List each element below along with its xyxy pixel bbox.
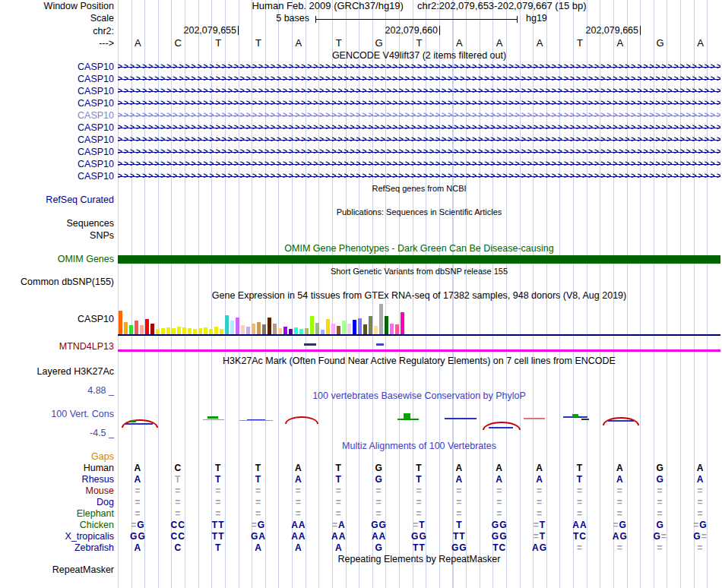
- gencode-item-label[interactable]: CASP10: [0, 158, 114, 170]
- gtex-bar[interactable]: [214, 327, 218, 334]
- gtex-bar[interactable]: [230, 321, 234, 334]
- gtex-bar[interactable]: [124, 322, 128, 334]
- omim-track-title[interactable]: OMIM Gene Phenotypes - Dark Green Can Be…: [118, 243, 720, 254]
- gtex-bar[interactable]: [262, 324, 266, 334]
- mtnd-gene-line[interactable]: [118, 349, 720, 352]
- species-label[interactable]: X_tropicalis: [0, 531, 114, 542]
- gtex-track-title[interactable]: Gene Expression in 54 tissues from GTEx …: [118, 290, 720, 301]
- gtex-bar[interactable]: [166, 327, 170, 334]
- common-dbsnp-label[interactable]: Common dbSNP(155): [0, 277, 114, 287]
- omim-gene-bar[interactable]: [118, 255, 720, 264]
- repeatmasker-track-title[interactable]: Repeating Elements by RepeatMasker: [118, 554, 720, 564]
- conservation-track-title[interactable]: 100 vertebrates Basewise Conservation by…: [118, 390, 720, 401]
- gtex-bar[interactable]: [321, 330, 325, 334]
- gencode-item-line[interactable]: >>>>>>>>>>>>>>>>>>>>>>>>>>>>>>>>>>>>>>>>…: [118, 109, 720, 122]
- gtex-gene-line[interactable]: [118, 334, 720, 336]
- gencode-item-label[interactable]: CASP10: [0, 146, 114, 158]
- gtex-bar[interactable]: [294, 327, 298, 334]
- gtex-bar[interactable]: [278, 328, 282, 334]
- gencode-track-title[interactable]: GENCODE V49lift37 (2 items filtered out): [118, 50, 720, 61]
- gtex-bar[interactable]: [315, 323, 319, 334]
- gencode-item-line[interactable]: >>>>>>>>>>>>>>>>>>>>>>>>>>>>>>>>>>>>>>>>…: [118, 61, 720, 73]
- gtex-bar[interactable]: [193, 329, 197, 334]
- gtex-bar[interactable]: [119, 311, 122, 334]
- species-label[interactable]: Human: [0, 463, 114, 474]
- h3k27ac-track-title[interactable]: H3K27Ac Mark (Often Found Near Active Re…: [118, 356, 720, 366]
- gtex-bar[interactable]: [289, 329, 293, 334]
- gencode-item-label[interactable]: CASP10: [0, 61, 114, 73]
- gtex-bar[interactable]: [236, 318, 239, 334]
- conservation-track[interactable]: [118, 410, 720, 438]
- species-label[interactable]: Zebrafish: [0, 542, 114, 554]
- gtex-bar[interactable]: [252, 324, 255, 334]
- gencode-item-line[interactable]: >>>>>>>>>>>>>>>>>>>>>>>>>>>>>>>>>>>>>>>>…: [118, 73, 720, 85]
- omim-genes-label[interactable]: OMIM Genes: [0, 254, 114, 264]
- gtex-bar[interactable]: [401, 312, 404, 334]
- gtex-bar[interactable]: [337, 326, 340, 334]
- gencode-item-line[interactable]: >>>>>>>>>>>>>>>>>>>>>>>>>>>>>>>>>>>>>>>>…: [118, 158, 720, 170]
- species-label[interactable]: Elephant: [0, 508, 114, 520]
- layered-h3k27ac-label[interactable]: Layered H3K27Ac: [0, 366, 114, 377]
- gtex-bar[interactable]: [331, 324, 335, 334]
- gtex-bar[interactable]: [358, 318, 362, 334]
- gtex-bar[interactable]: [379, 304, 383, 334]
- gtex-bar[interactable]: [129, 325, 133, 334]
- gtex-bar[interactable]: [257, 322, 261, 334]
- species-label[interactable]: Chicken: [0, 520, 114, 531]
- gtex-bar[interactable]: [156, 329, 160, 334]
- species-label[interactable]: Rhesus: [0, 474, 114, 485]
- gtex-bar[interactable]: [188, 328, 192, 334]
- gtex-bar[interactable]: [225, 315, 229, 334]
- gencode-item-line[interactable]: >>>>>>>>>>>>>>>>>>>>>>>>>>>>>>>>>>>>>>>>…: [118, 85, 720, 97]
- gtex-bar[interactable]: [283, 327, 287, 334]
- gencode-item-label[interactable]: CASP10: [0, 73, 114, 85]
- gtex-bar[interactable]: [374, 326, 378, 334]
- gtex-bar[interactable]: [241, 325, 245, 334]
- gencode-item-label[interactable]: CASP10: [0, 134, 114, 146]
- gtex-bar[interactable]: [353, 320, 356, 334]
- gtex-bar[interactable]: [150, 324, 154, 334]
- gtex-bar[interactable]: [220, 329, 223, 334]
- gtex-gene-label[interactable]: CASP10: [0, 314, 114, 324]
- gtex-bar[interactable]: [209, 329, 213, 334]
- gencode-item-line[interactable]: >>>>>>>>>>>>>>>>>>>>>>>>>>>>>>>>>>>>>>>>…: [118, 97, 720, 109]
- gtex-bar[interactable]: [347, 324, 351, 334]
- gencode-item-line[interactable]: >>>>>>>>>>>>>>>>>>>>>>>>>>>>>>>>>>>>>>>>…: [118, 134, 720, 146]
- snps-label[interactable]: SNPs: [0, 230, 114, 241]
- dbsnp-track-title[interactable]: Short Genetic Variants from dbSNP releas…: [118, 266, 720, 277]
- gtex-bar-chart[interactable]: [119, 302, 720, 334]
- species-label[interactable]: Dog: [0, 497, 114, 508]
- gtex-bar[interactable]: [369, 316, 372, 334]
- gencode-item-label[interactable]: CASP10: [0, 85, 114, 97]
- gencode-item-line[interactable]: >>>>>>>>>>>>>>>>>>>>>>>>>>>>>>>>>>>>>>>>…: [118, 146, 720, 158]
- gtex-bar[interactable]: [395, 324, 399, 334]
- gencode-item-line[interactable]: >>>>>>>>>>>>>>>>>>>>>>>>>>>>>>>>>>>>>>>>…: [118, 122, 720, 134]
- gtex-bar[interactable]: [246, 327, 250, 334]
- gtex-bar[interactable]: [299, 329, 303, 334]
- gtex-bar[interactable]: [204, 327, 207, 334]
- gtex-bar[interactable]: [273, 324, 277, 334]
- gencode-item-label[interactable]: CASP10: [0, 97, 114, 109]
- gtex-bar[interactable]: [140, 325, 144, 334]
- gencode-item-line[interactable]: >>>>>>>>>>>>>>>>>>>>>>>>>>>>>>>>>>>>>>>>…: [118, 170, 720, 182]
- gtex-bar[interactable]: [310, 316, 314, 334]
- mtnd-gene-label[interactable]: MTND4LP13: [0, 341, 114, 352]
- gtex-bar[interactable]: [182, 327, 186, 334]
- gtex-bar[interactable]: [385, 316, 388, 334]
- gencode-item-label[interactable]: CASP10: [0, 122, 114, 134]
- multiz-track-title[interactable]: Multiz Alignments of 100 Vertebrates: [118, 441, 720, 451]
- gtex-bar[interactable]: [390, 324, 394, 334]
- gencode-item-label[interactable]: CASP10: [0, 109, 114, 122]
- gtex-bar[interactable]: [305, 328, 309, 334]
- refseq-curated-label[interactable]: RefSeq Curated: [0, 194, 114, 205]
- gtex-bar[interactable]: [177, 327, 181, 334]
- gaps-label[interactable]: Gaps: [0, 451, 114, 462]
- repeatmasker-label[interactable]: RepeatMasker: [0, 564, 114, 575]
- gtex-bar[interactable]: [172, 328, 176, 334]
- gtex-bar[interactable]: [268, 318, 271, 334]
- gtex-bar[interactable]: [198, 328, 202, 334]
- gtex-bar[interactable]: [145, 319, 149, 334]
- gencode-item-label[interactable]: CASP10: [0, 170, 114, 182]
- gtex-bar[interactable]: [135, 321, 138, 334]
- gtex-bar[interactable]: [342, 321, 346, 334]
